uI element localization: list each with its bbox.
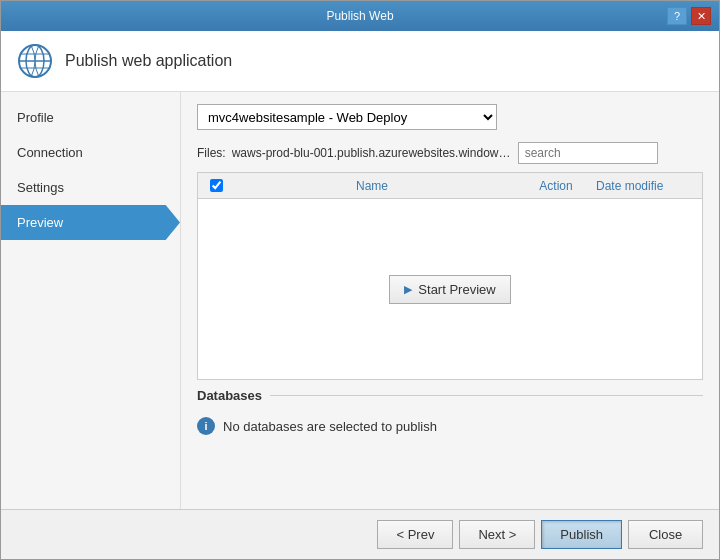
close-button[interactable]: Close: [628, 520, 703, 549]
databases-title: Databases: [197, 388, 262, 403]
col-action-header: Action: [516, 179, 596, 193]
sidebar: Profile Connection Settings Preview: [1, 92, 181, 509]
files-row: Files: waws-prod-blu-001.publish.azurewe…: [197, 142, 703, 164]
help-button[interactable]: ?: [667, 7, 687, 25]
search-input[interactable]: [518, 142, 658, 164]
file-table-wrapper: Name Action Date modifie ▶ Start Preview: [197, 172, 703, 380]
sidebar-item-preview[interactable]: Preview: [1, 205, 180, 240]
info-row: i No databases are selected to publish: [197, 411, 703, 441]
dialog-title: Publish Web: [53, 9, 667, 23]
header-checkbox-cell: [204, 179, 228, 192]
close-title-button[interactable]: ✕: [691, 7, 711, 25]
main-content: mvc4websitesample - Web Deploy Files: wa…: [181, 92, 719, 509]
publish-button[interactable]: Publish: [541, 520, 622, 549]
next-button[interactable]: Next >: [459, 520, 535, 549]
file-table-body: ▶ Start Preview: [198, 199, 702, 379]
profile-row: mvc4websitesample - Web Deploy: [197, 104, 703, 130]
files-path: waws-prod-blu-001.publish.azurewebsites.…: [232, 146, 512, 160]
file-table-header: Name Action Date modifie: [198, 173, 702, 199]
sidebar-item-connection[interactable]: Connection: [1, 135, 180, 170]
start-preview-button[interactable]: ▶ Start Preview: [389, 275, 510, 304]
globe-icon: [17, 43, 53, 79]
sidebar-item-profile[interactable]: Profile: [1, 100, 180, 135]
dialog-body: Profile Connection Settings Preview mvc4…: [1, 92, 719, 509]
databases-divider: [270, 395, 703, 396]
title-bar-controls: ? ✕: [667, 7, 711, 25]
dialog-header: Publish web application: [1, 31, 719, 92]
dialog-footer: < Prev Next > Publish Close: [1, 509, 719, 559]
select-all-checkbox[interactable]: [210, 179, 223, 192]
sidebar-item-settings[interactable]: Settings: [1, 170, 180, 205]
profile-select[interactable]: mvc4websitesample - Web Deploy: [197, 104, 497, 130]
info-text: No databases are selected to publish: [223, 419, 437, 434]
files-label: Files:: [197, 146, 226, 160]
info-icon: i: [197, 417, 215, 435]
col-date-header: Date modifie: [596, 179, 696, 193]
title-bar: Publish Web ? ✕: [1, 1, 719, 31]
play-icon: ▶: [404, 283, 412, 296]
databases-header: Databases: [197, 388, 703, 403]
databases-section: Databases i No databases are selected to…: [197, 388, 703, 441]
col-name-header: Name: [228, 179, 516, 193]
prev-button[interactable]: < Prev: [377, 520, 453, 549]
publish-web-dialog: Publish Web ? ✕ Publish web application …: [0, 0, 720, 560]
header-title: Publish web application: [65, 52, 232, 70]
